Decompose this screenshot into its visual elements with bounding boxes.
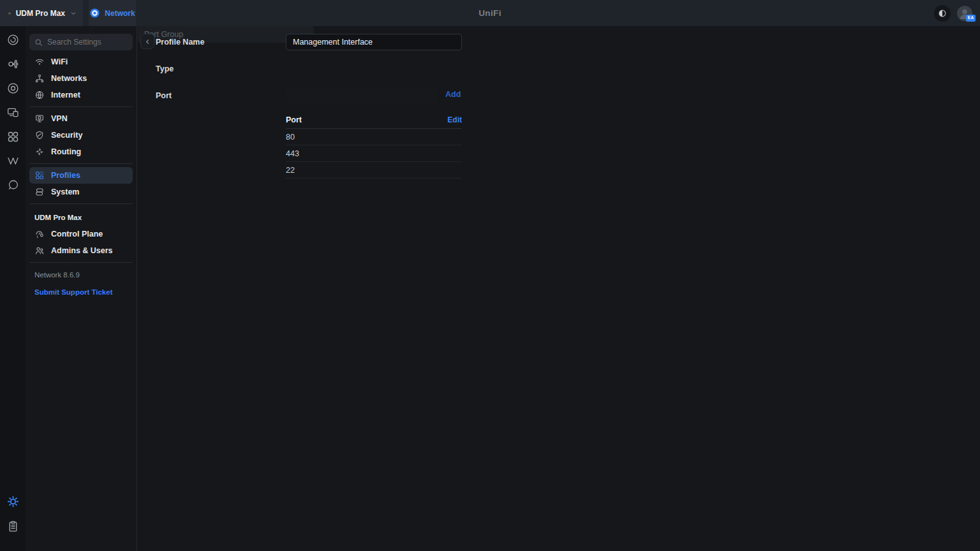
type-label: Type [156,64,174,73]
topbar-right: EA [934,0,972,26]
network-version-label: Network 8.6.9 [34,271,128,279]
app-rail [0,26,26,551]
topology-icon[interactable] [5,56,20,71]
devices-icon[interactable] [5,80,20,96]
search-settings-input[interactable] [47,38,128,47]
logs-icon[interactable] [5,518,20,534]
port-table-row: 443 [286,145,462,162]
sidebar-item-label: Control Plane [51,230,103,239]
wifi-icon [34,57,45,67]
port-column-header: Port [286,115,302,124]
sidebar-item-control-plane[interactable]: Control Plane [29,226,133,242]
port-table-row: 80 [286,129,462,145]
profile-name-input[interactable] [286,34,462,50]
globe-icon [34,90,45,100]
sidebar-item-label: VPN [51,114,68,123]
settings-sidebar: WiFi Networks Internet VPN Security Rout… [26,26,137,551]
dashboard-icon[interactable] [5,32,20,47]
contrast-icon [937,8,947,18]
port-table-header: Port Edit [286,112,462,129]
site-name: UDM Pro Max [16,9,65,18]
sidebar-item-label: System [51,187,79,196]
early-access-badge: EA [966,15,976,22]
sidebar-divider [29,107,133,107]
networks-icon [34,73,45,84]
ring-icon[interactable] [5,177,20,193]
clients-icon[interactable] [5,105,20,120]
sidebar-item-label: Routing [51,147,81,156]
tab-network-label: Network [105,9,135,18]
insights-icon[interactable] [5,153,20,168]
port-value: 80 [286,133,295,142]
vpn-icon [34,114,45,124]
unifi-logo: UniFi [479,0,501,26]
settings-gear-icon[interactable] [5,494,20,509]
port-table: Port Edit 80 443 22 [286,112,462,179]
submit-support-ticket-link[interactable]: Submit Support Ticket [34,288,128,296]
sidebar-item-admins-users[interactable]: Admins & Users [29,242,133,259]
device-section-header: UDM Pro Max [34,212,128,223]
network-app-icon [89,8,100,18]
site-globe-icon [8,8,11,18]
sidebar-item-networks[interactable]: Networks [29,70,133,87]
sidebar-item-internet[interactable]: Internet [29,87,133,103]
sidebar-item-label: Networks [51,74,87,83]
sidebar-item-system[interactable]: System [29,184,133,200]
tab-network[interactable]: Network [89,0,136,26]
sidebar-item-vpn[interactable]: VPN [29,110,133,127]
chevron-down-icon [70,10,77,17]
profile-detail-panel: Profile Name Type Port Group Port Add Po… [138,26,980,551]
system-icon [34,187,45,197]
control-plane-icon [34,229,45,239]
shield-icon [34,130,45,140]
port-label: Port [156,91,172,100]
add-port-button[interactable]: Add [445,90,461,99]
sidebar-item-label: Admins & Users [51,246,113,255]
port-value: 443 [286,149,299,158]
user-avatar[interactable]: EA [957,6,972,21]
topbar-gap [83,0,89,26]
theme-toggle-button[interactable] [934,5,951,22]
stations-icon[interactable] [5,129,20,144]
sidebar-item-label: Internet [51,91,80,99]
sidebar-item-profiles[interactable]: Profiles [29,167,133,184]
back-button[interactable] [140,34,154,49]
port-input[interactable] [286,87,438,103]
port-value: 22 [286,166,295,175]
routing-icon [34,147,45,157]
sidebar-item-label: Profiles [51,171,80,180]
topbar: UDM Pro Max Network UniFi EA [0,0,980,26]
profile-name-label: Profile Name [156,38,204,47]
chevron-left-icon [144,38,151,45]
edit-ports-button[interactable]: Edit [447,115,462,124]
sidebar-divider [29,163,133,164]
sidebar-item-label: WiFi [51,57,68,66]
profiles-icon [34,170,45,180]
sidebar-item-security[interactable]: Security [29,127,133,143]
search-settings-box[interactable] [29,34,133,50]
port-table-row: 22 [286,162,462,179]
sidebar-divider [29,203,133,204]
sidebar-item-label: Security [51,131,82,140]
sidebar-item-wifi[interactable]: WiFi [29,54,133,70]
sidebar-divider [29,262,133,263]
site-switcher[interactable]: UDM Pro Max [0,0,83,26]
admins-users-icon [34,246,45,256]
search-icon [34,38,43,47]
sidebar-item-routing[interactable]: Routing [29,143,133,160]
